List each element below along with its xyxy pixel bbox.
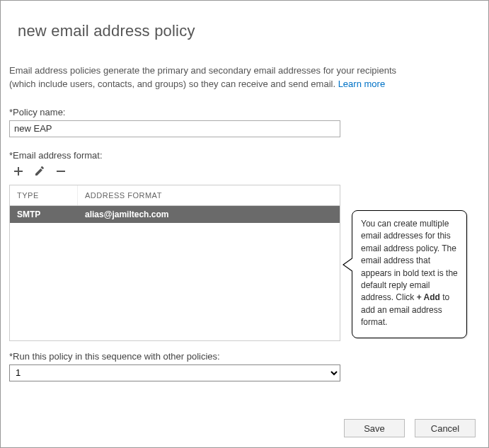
page-title: new email address policy xyxy=(18,22,477,40)
email-format-table: TYPE ADDRESS FORMAT SMTP alias@jamiltech… xyxy=(9,185,340,341)
tooltip-plus-add: + Add xyxy=(417,292,440,302)
col-header-type: TYPE xyxy=(10,185,78,205)
tooltip-text-1: You can create multiple email addresses … xyxy=(361,219,458,302)
policy-name-label: *Policy name: xyxy=(9,107,477,117)
scroll-area[interactable]: new email address policy Email address p… xyxy=(1,1,488,412)
intro-text: Email address policies generate the prim… xyxy=(9,64,405,91)
pencil-icon[interactable] xyxy=(33,165,46,178)
policy-name-input[interactable] xyxy=(9,120,340,137)
cell-format: alias@jamiltech.com xyxy=(78,206,340,223)
plus-icon[interactable] xyxy=(12,165,25,178)
table-row[interactable]: SMTP alias@jamiltech.com xyxy=(10,206,340,223)
col-header-format: ADDRESS FORMAT xyxy=(78,185,340,205)
format-toolbar xyxy=(12,165,477,178)
sequence-select[interactable]: 1 xyxy=(9,364,340,381)
footer: Save Cancel xyxy=(1,412,488,447)
save-button[interactable]: Save xyxy=(344,419,405,437)
learn-more-link[interactable]: Learn more xyxy=(338,79,385,89)
cell-type: SMTP xyxy=(10,206,78,223)
svg-rect-0 xyxy=(57,171,65,172)
cancel-button[interactable]: Cancel xyxy=(415,419,476,437)
sequence-label: *Run this policy in this sequence with o… xyxy=(9,351,477,362)
email-format-label: *Email address format: xyxy=(9,150,477,161)
minus-icon[interactable] xyxy=(54,165,67,178)
table-header: TYPE ADDRESS FORMAT xyxy=(10,185,340,206)
help-tooltip: You can create multiple email addresses … xyxy=(352,210,467,338)
